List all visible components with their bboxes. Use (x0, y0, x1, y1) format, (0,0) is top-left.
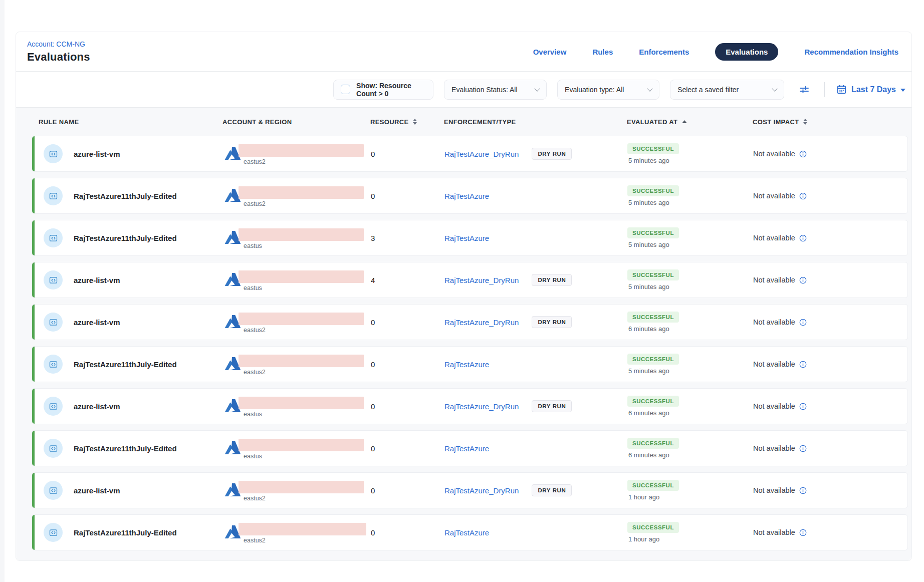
enforcement-link[interactable]: RajTestAzure (444, 360, 489, 369)
table-body: azure-list-vm eastus2 0 RajTestAzure_Dry… (32, 136, 908, 550)
region-label: eastus2 (244, 495, 364, 502)
table-row[interactable]: RajTestAzure11thJuly-Edited eastus 3 Raj… (32, 220, 908, 256)
info-icon[interactable] (799, 403, 807, 410)
enforcement-link[interactable]: RajTestAzure (444, 192, 489, 200)
sort-asc-icon[interactable] (682, 120, 687, 123)
enforcement-link[interactable]: RajTestAzure (444, 528, 489, 537)
evaluation-status-select[interactable]: Evaluation Status: All (444, 80, 547, 100)
resource-count: 4 (371, 276, 375, 284)
evaluated-time: 6 minutes ago (628, 325, 669, 333)
table-header: RULE NAME ACCOUNT & REGION RESOURCE ENFO… (32, 108, 908, 136)
cost-impact-value: Not available (753, 276, 795, 284)
col-rule-name: RULE NAME (39, 118, 79, 126)
row-accent-bar (32, 220, 35, 255)
info-icon[interactable] (799, 445, 807, 452)
region-label: eastus (244, 284, 364, 292)
table-row[interactable]: azure-list-vm eastus 4 RajTestAzure_DryR… (32, 262, 908, 298)
enforcement-link[interactable]: RajTestAzure_DryRun (444, 150, 519, 158)
redacted-account-name (239, 313, 364, 325)
info-icon[interactable] (799, 487, 807, 494)
table-row[interactable]: RajTestAzure11thJuly-Edited eastus2 0 Ra… (32, 178, 908, 214)
cost-impact-value: Not available (753, 486, 795, 494)
enforcement-link[interactable]: RajTestAzure_DryRun (444, 276, 519, 284)
table-row[interactable]: RajTestAzure11thJuly-Edited eastus 0 Raj… (32, 430, 908, 466)
sliders-icon (798, 84, 810, 96)
cost-impact-value: Not available (753, 402, 795, 410)
dry-run-badge: DRY RUN (532, 484, 572, 496)
cost-impact-value: Not available (753, 444, 795, 452)
info-icon[interactable] (799, 234, 807, 242)
enforcement-link[interactable]: RajTestAzure_DryRun (444, 486, 519, 495)
info-icon[interactable] (799, 529, 807, 536)
saved-filter-placeholder: Select a saved filter (677, 86, 739, 94)
redacted-account-name (239, 355, 364, 367)
evaluated-time: 1 hour ago (628, 493, 659, 501)
enforcement-link[interactable]: RajTestAzure (444, 234, 489, 242)
col-enforcement-type: ENFORCEMENT/TYPE (444, 118, 516, 126)
redacted-account-name (239, 186, 364, 199)
info-icon[interactable] (799, 319, 807, 326)
page-edge-strip (0, 0, 5, 582)
saved-filter-select[interactable]: Select a saved filter (670, 80, 784, 100)
table-row[interactable]: azure-list-vm eastus2 0 RajTestAzure_Dry… (32, 472, 908, 508)
region-label: eastus2 (244, 369, 364, 376)
evaluation-type-value: Evaluation type: All (565, 86, 624, 94)
resource-count: 3 (371, 234, 375, 242)
enforcement-link[interactable]: RajTestAzure_DryRun (444, 402, 519, 411)
enforcement-link[interactable]: RajTestAzure_DryRun (444, 318, 519, 327)
info-icon[interactable] (799, 192, 807, 200)
governance-rule-icon (44, 355, 63, 374)
table-row[interactable]: azure-list-vm eastus 0 RajTestAzure_DryR… (32, 388, 908, 424)
governance-rule-icon (44, 186, 63, 205)
panel-header: Account: CCM-NG Evaluations Overview Rul… (16, 32, 911, 72)
evaluated-time: 1 hour ago (628, 535, 659, 543)
governance-rule-icon (44, 270, 63, 289)
col-resource: RESOURCE (370, 118, 408, 126)
cost-impact-value: Not available (753, 528, 795, 536)
region-label: eastus (244, 453, 364, 460)
cost-impact-value: Not available (753, 192, 795, 200)
info-icon[interactable] (799, 361, 807, 368)
rule-name: azure-list-vm (74, 150, 120, 158)
sort-icon[interactable] (803, 119, 807, 125)
resource-count: 0 (371, 150, 375, 158)
status-badge: SUCCESSFUL (627, 312, 679, 323)
governance-rule-icon (44, 144, 63, 163)
table-row[interactable]: RajTestAzure11thJuly-Edited eastus2 0 Ra… (32, 346, 908, 382)
enforcement-link[interactable]: RajTestAzure (444, 444, 489, 453)
rule-name: azure-list-vm (74, 402, 120, 411)
tab-evaluations[interactable]: Evaluations (715, 43, 778, 61)
info-icon[interactable] (799, 276, 807, 284)
resource-count-filter[interactable]: Show: Resource Count > 0 (333, 80, 433, 100)
evaluated-time: 5 minutes ago (628, 283, 669, 290)
table-row[interactable]: RajTestAzure11thJuly-Edited eastus2 0 Ra… (32, 514, 908, 550)
region-label: eastus2 (244, 327, 364, 334)
rule-name: RajTestAzure11thJuly-Edited (74, 444, 177, 453)
status-badge: SUCCESSFUL (627, 269, 679, 280)
tab-enforcements[interactable]: Enforcements (639, 48, 689, 56)
info-icon[interactable] (799, 150, 807, 158)
filter-settings-button[interactable] (796, 81, 813, 98)
col-cost-impact: COST IMPACT (753, 118, 799, 126)
evaluations-panel: Account: CCM-NG Evaluations Overview Rul… (16, 32, 912, 561)
row-accent-bar (32, 178, 35, 213)
dry-run-badge: DRY RUN (532, 400, 572, 412)
status-badge: SUCCESSFUL (627, 354, 679, 365)
table-row[interactable]: azure-list-vm eastus2 0 RajTestAzure_Dry… (32, 136, 908, 172)
table-row[interactable]: azure-list-vm eastus2 0 RajTestAzure_Dry… (32, 304, 908, 340)
rule-name: RajTestAzure11thJuly-Edited (74, 360, 177, 369)
rule-name: RajTestAzure11thJuly-Edited (74, 192, 177, 200)
resource-count-checkbox[interactable] (341, 85, 350, 94)
tab-rules[interactable]: Rules (592, 48, 613, 56)
tab-recommendation-insights[interactable]: Recommendation Insights (804, 48, 898, 56)
sort-icon[interactable] (413, 119, 417, 125)
evaluation-type-select[interactable]: Evaluation type: All (557, 80, 659, 100)
page-title: Evaluations (27, 51, 90, 64)
redacted-account-name (239, 228, 364, 241)
cost-impact-value: Not available (753, 360, 795, 368)
rule-name: RajTestAzure11thJuly-Edited (74, 234, 177, 242)
tab-overview[interactable]: Overview (533, 48, 567, 56)
evaluated-time: 6 minutes ago (628, 451, 669, 459)
date-range-button[interactable]: Last 7 Days (836, 84, 905, 95)
account-breadcrumb[interactable]: Account: CCM-NG (27, 40, 90, 48)
